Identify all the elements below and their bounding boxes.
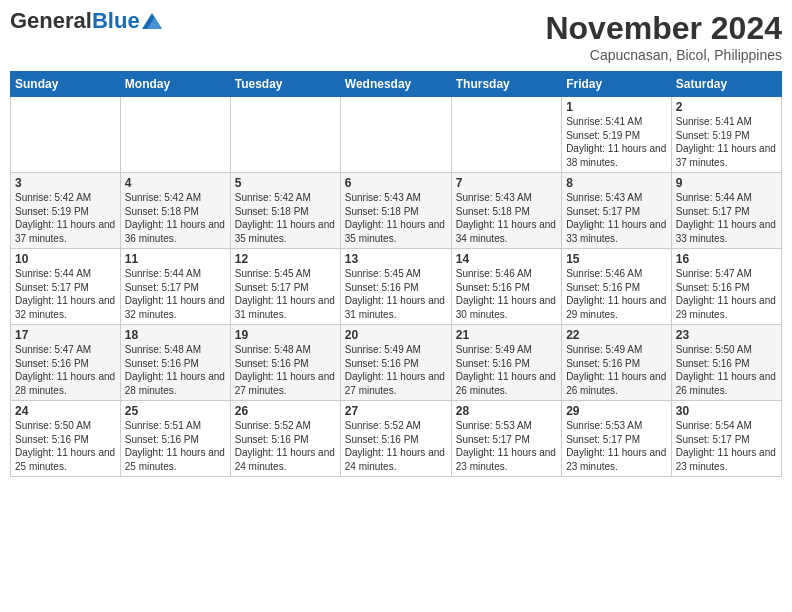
- day-info: Sunrise: 5:51 AM Sunset: 5:16 PM Dayligh…: [125, 419, 226, 473]
- day-info: Sunrise: 5:52 AM Sunset: 5:16 PM Dayligh…: [345, 419, 447, 473]
- calendar-week-row: 3Sunrise: 5:42 AM Sunset: 5:19 PM Daylig…: [11, 173, 782, 249]
- day-number: 26: [235, 404, 336, 418]
- calendar-cell: 1Sunrise: 5:41 AM Sunset: 5:19 PM Daylig…: [562, 97, 672, 173]
- col-header-tuesday: Tuesday: [230, 72, 340, 97]
- calendar-cell: 17Sunrise: 5:47 AM Sunset: 5:16 PM Dayli…: [11, 325, 121, 401]
- calendar-cell: 13Sunrise: 5:45 AM Sunset: 5:16 PM Dayli…: [340, 249, 451, 325]
- day-number: 6: [345, 176, 447, 190]
- day-info: Sunrise: 5:44 AM Sunset: 5:17 PM Dayligh…: [125, 267, 226, 321]
- calendar-cell: [451, 97, 561, 173]
- day-number: 7: [456, 176, 557, 190]
- calendar-week-row: 24Sunrise: 5:50 AM Sunset: 5:16 PM Dayli…: [11, 401, 782, 477]
- day-number: 9: [676, 176, 777, 190]
- col-header-thursday: Thursday: [451, 72, 561, 97]
- day-number: 5: [235, 176, 336, 190]
- day-info: Sunrise: 5:42 AM Sunset: 5:18 PM Dayligh…: [125, 191, 226, 245]
- day-number: 19: [235, 328, 336, 342]
- day-number: 22: [566, 328, 667, 342]
- calendar-table: SundayMondayTuesdayWednesdayThursdayFrid…: [10, 71, 782, 477]
- calendar-cell: 25Sunrise: 5:51 AM Sunset: 5:16 PM Dayli…: [120, 401, 230, 477]
- day-number: 3: [15, 176, 116, 190]
- day-info: Sunrise: 5:44 AM Sunset: 5:17 PM Dayligh…: [676, 191, 777, 245]
- day-number: 1: [566, 100, 667, 114]
- calendar-cell: 12Sunrise: 5:45 AM Sunset: 5:17 PM Dayli…: [230, 249, 340, 325]
- calendar-cell: 29Sunrise: 5:53 AM Sunset: 5:17 PM Dayli…: [562, 401, 672, 477]
- day-number: 11: [125, 252, 226, 266]
- page-header: GeneralBlue November 2024 Capucnasan, Bi…: [10, 10, 782, 63]
- day-number: 21: [456, 328, 557, 342]
- day-info: Sunrise: 5:46 AM Sunset: 5:16 PM Dayligh…: [566, 267, 667, 321]
- calendar-cell: 3Sunrise: 5:42 AM Sunset: 5:19 PM Daylig…: [11, 173, 121, 249]
- day-info: Sunrise: 5:48 AM Sunset: 5:16 PM Dayligh…: [235, 343, 336, 397]
- day-info: Sunrise: 5:47 AM Sunset: 5:16 PM Dayligh…: [15, 343, 116, 397]
- day-info: Sunrise: 5:45 AM Sunset: 5:17 PM Dayligh…: [235, 267, 336, 321]
- calendar-cell: [230, 97, 340, 173]
- day-number: 23: [676, 328, 777, 342]
- logo: GeneralBlue: [10, 10, 162, 32]
- day-number: 12: [235, 252, 336, 266]
- calendar-cell: 8Sunrise: 5:43 AM Sunset: 5:17 PM Daylig…: [562, 173, 672, 249]
- day-info: Sunrise: 5:52 AM Sunset: 5:16 PM Dayligh…: [235, 419, 336, 473]
- day-info: Sunrise: 5:49 AM Sunset: 5:16 PM Dayligh…: [456, 343, 557, 397]
- calendar-cell: 2Sunrise: 5:41 AM Sunset: 5:19 PM Daylig…: [671, 97, 781, 173]
- day-info: Sunrise: 5:41 AM Sunset: 5:19 PM Dayligh…: [676, 115, 777, 169]
- calendar-cell: 5Sunrise: 5:42 AM Sunset: 5:18 PM Daylig…: [230, 173, 340, 249]
- day-info: Sunrise: 5:50 AM Sunset: 5:16 PM Dayligh…: [15, 419, 116, 473]
- title-area: November 2024 Capucnasan, Bicol, Philipp…: [545, 10, 782, 63]
- day-info: Sunrise: 5:47 AM Sunset: 5:16 PM Dayligh…: [676, 267, 777, 321]
- day-number: 29: [566, 404, 667, 418]
- day-number: 15: [566, 252, 667, 266]
- calendar-cell: 22Sunrise: 5:49 AM Sunset: 5:16 PM Dayli…: [562, 325, 672, 401]
- day-info: Sunrise: 5:43 AM Sunset: 5:17 PM Dayligh…: [566, 191, 667, 245]
- day-info: Sunrise: 5:53 AM Sunset: 5:17 PM Dayligh…: [566, 419, 667, 473]
- logo-blue: Blue: [92, 8, 140, 33]
- logo-icon: [142, 13, 162, 29]
- calendar-header-row: SundayMondayTuesdayWednesdayThursdayFrid…: [11, 72, 782, 97]
- calendar-cell: 27Sunrise: 5:52 AM Sunset: 5:16 PM Dayli…: [340, 401, 451, 477]
- calendar-cell: 11Sunrise: 5:44 AM Sunset: 5:17 PM Dayli…: [120, 249, 230, 325]
- day-info: Sunrise: 5:49 AM Sunset: 5:16 PM Dayligh…: [345, 343, 447, 397]
- calendar-cell: 6Sunrise: 5:43 AM Sunset: 5:18 PM Daylig…: [340, 173, 451, 249]
- day-info: Sunrise: 5:49 AM Sunset: 5:16 PM Dayligh…: [566, 343, 667, 397]
- day-info: Sunrise: 5:44 AM Sunset: 5:17 PM Dayligh…: [15, 267, 116, 321]
- day-info: Sunrise: 5:42 AM Sunset: 5:18 PM Dayligh…: [235, 191, 336, 245]
- day-number: 13: [345, 252, 447, 266]
- calendar-cell: 23Sunrise: 5:50 AM Sunset: 5:16 PM Dayli…: [671, 325, 781, 401]
- calendar-cell: 7Sunrise: 5:43 AM Sunset: 5:18 PM Daylig…: [451, 173, 561, 249]
- logo-general: General: [10, 8, 92, 33]
- day-number: 4: [125, 176, 226, 190]
- day-number: 16: [676, 252, 777, 266]
- day-number: 27: [345, 404, 447, 418]
- location-subtitle: Capucnasan, Bicol, Philippines: [545, 47, 782, 63]
- month-title: November 2024: [545, 10, 782, 47]
- calendar-cell: 30Sunrise: 5:54 AM Sunset: 5:17 PM Dayli…: [671, 401, 781, 477]
- calendar-cell: 15Sunrise: 5:46 AM Sunset: 5:16 PM Dayli…: [562, 249, 672, 325]
- day-number: 2: [676, 100, 777, 114]
- calendar-week-row: 17Sunrise: 5:47 AM Sunset: 5:16 PM Dayli…: [11, 325, 782, 401]
- day-info: Sunrise: 5:41 AM Sunset: 5:19 PM Dayligh…: [566, 115, 667, 169]
- day-number: 8: [566, 176, 667, 190]
- calendar-week-row: 1Sunrise: 5:41 AM Sunset: 5:19 PM Daylig…: [11, 97, 782, 173]
- col-header-saturday: Saturday: [671, 72, 781, 97]
- day-info: Sunrise: 5:48 AM Sunset: 5:16 PM Dayligh…: [125, 343, 226, 397]
- calendar-cell: [120, 97, 230, 173]
- calendar-week-row: 10Sunrise: 5:44 AM Sunset: 5:17 PM Dayli…: [11, 249, 782, 325]
- logo-text: GeneralBlue: [10, 10, 140, 32]
- day-info: Sunrise: 5:50 AM Sunset: 5:16 PM Dayligh…: [676, 343, 777, 397]
- col-header-monday: Monday: [120, 72, 230, 97]
- day-info: Sunrise: 5:54 AM Sunset: 5:17 PM Dayligh…: [676, 419, 777, 473]
- day-info: Sunrise: 5:53 AM Sunset: 5:17 PM Dayligh…: [456, 419, 557, 473]
- day-number: 18: [125, 328, 226, 342]
- day-number: 20: [345, 328, 447, 342]
- day-number: 14: [456, 252, 557, 266]
- day-number: 24: [15, 404, 116, 418]
- calendar-cell: 20Sunrise: 5:49 AM Sunset: 5:16 PM Dayli…: [340, 325, 451, 401]
- calendar-cell: 4Sunrise: 5:42 AM Sunset: 5:18 PM Daylig…: [120, 173, 230, 249]
- day-info: Sunrise: 5:45 AM Sunset: 5:16 PM Dayligh…: [345, 267, 447, 321]
- calendar-cell: 24Sunrise: 5:50 AM Sunset: 5:16 PM Dayli…: [11, 401, 121, 477]
- day-number: 25: [125, 404, 226, 418]
- calendar-cell: 16Sunrise: 5:47 AM Sunset: 5:16 PM Dayli…: [671, 249, 781, 325]
- day-number: 28: [456, 404, 557, 418]
- calendar-cell: 18Sunrise: 5:48 AM Sunset: 5:16 PM Dayli…: [120, 325, 230, 401]
- calendar-cell: 10Sunrise: 5:44 AM Sunset: 5:17 PM Dayli…: [11, 249, 121, 325]
